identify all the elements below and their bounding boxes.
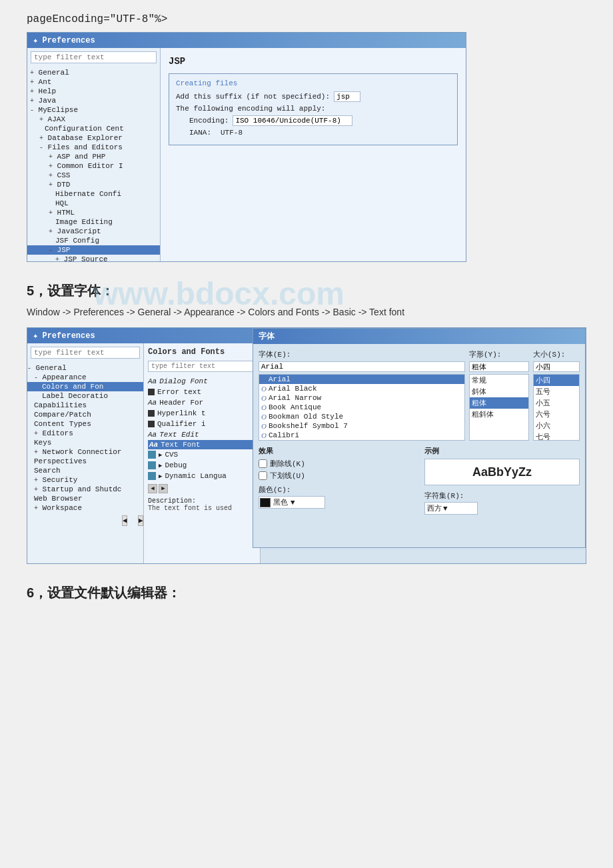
encoding-input[interactable]	[233, 115, 352, 126]
tree-item[interactable]: - Files and Editors	[27, 143, 160, 152]
style-listbox[interactable]: 常规 斜体 粗体 粗斜体	[469, 374, 529, 441]
size-input[interactable]	[533, 361, 580, 372]
filter-input-1[interactable]	[31, 51, 157, 63]
strikethrough-checkbox[interactable]	[259, 459, 267, 468]
tree-item[interactable]: - General	[27, 363, 143, 373]
font-item[interactable]: O Arial Black	[259, 384, 464, 393]
style-item[interactable]: 常规	[470, 375, 528, 386]
size-item[interactable]: 小五	[534, 397, 579, 409]
tree-item[interactable]: + ASP and PHP	[27, 152, 160, 161]
tree-item[interactable]: + Startup and Shutdc	[27, 485, 143, 494]
charset-row: 字符集(R): 西方 ▼	[424, 491, 580, 515]
font-list-item-textfont[interactable]: Aa Text Font	[148, 440, 256, 449]
font-list-item[interactable]: Aa Text Edit	[148, 429, 256, 440]
tree-item[interactable]: Web Browser	[27, 494, 143, 503]
size-item[interactable]: 小六	[534, 420, 579, 431]
tree-item[interactable]: Keys	[27, 438, 143, 447]
middle-filter-input[interactable]	[148, 361, 256, 372]
size-item-xiao4[interactable]: 小四	[534, 375, 579, 386]
tree-item[interactable]: + Help	[27, 87, 160, 96]
font-list-item[interactable]: ▶ CVS	[148, 449, 256, 460]
middle-title: Colors and Fonts	[148, 347, 256, 357]
pref-tree-panel-2: - General - Appearance Colors and Fon La…	[27, 343, 144, 563]
tree-item[interactable]: + HTML	[27, 208, 160, 217]
description-label: Description:	[148, 497, 256, 505]
tree-item[interactable]: Compare/Patch	[27, 410, 143, 419]
tree-item[interactable]: + Common Editor I	[27, 161, 160, 171]
font-name-input[interactable]	[259, 361, 465, 372]
tree-item[interactable]: Capabilities	[27, 401, 143, 410]
strikethrough-label: 删除线(K)	[270, 459, 305, 469]
preferences-window-2: ✦ Preferences - General - Appearance Col…	[27, 327, 586, 564]
font-list-item[interactable]: Aa Header For	[148, 397, 256, 408]
tree-item[interactable]: + Security	[27, 475, 143, 485]
tree-item-colors[interactable]: Colors and Fon	[27, 382, 143, 391]
size-item[interactable]: 七号	[534, 431, 579, 441]
sample-text: AaBbYyZz	[424, 459, 580, 485]
tree-item[interactable]: JSF Config	[27, 236, 160, 245]
font-list-item[interactable]: Error text	[148, 387, 256, 397]
tree-item[interactable]: + JSP Source	[27, 255, 160, 261]
font-listbox[interactable]: O Arial O Arial Black O Arial Narrow O B…	[259, 374, 465, 441]
font-list-item[interactable]: Aa Dialog Font	[148, 376, 256, 387]
charset-dropdown[interactable]: 西方 ▼	[424, 502, 478, 515]
section5-subtext: Window -> Preferences -> General -> Appe…	[27, 305, 586, 319]
tree-item[interactable]: HQL	[27, 199, 160, 208]
tree-item[interactable]: Search	[27, 466, 143, 475]
style-item-bold[interactable]: 粗体	[470, 397, 528, 409]
font-list-item[interactable]: ▶ Dynamic Langua	[148, 471, 256, 481]
color-swatch	[260, 498, 271, 507]
font-item[interactable]: O Book Antique	[259, 403, 464, 412]
color-row: 颜色(C): 黑色 ▼	[259, 485, 414, 509]
charset-label: 字符集(R):	[424, 491, 580, 501]
iana-value: UTF-8	[215, 129, 243, 137]
font-item-arial[interactable]: O Arial	[259, 375, 464, 384]
font-item[interactable]: O Arial Narrow	[259, 393, 464, 403]
tree-item[interactable]: + Network Connectior	[27, 447, 143, 457]
font-style-col: 字形(Y): 常规 斜体 粗体 粗斜体	[469, 349, 529, 441]
underline-label: 下划线(U)	[270, 471, 305, 481]
font-item[interactable]: O Bookman Old Style	[259, 412, 464, 421]
tree-item[interactable]: + CSS	[27, 171, 160, 180]
tree-item[interactable]: Hibernate Confi	[27, 189, 160, 199]
font-list-item[interactable]: Hyperlink t	[148, 408, 256, 419]
encoding-label1: The following encoding will apply:	[176, 105, 325, 113]
color-dropdown[interactable]: 黑色 ▼	[259, 496, 325, 509]
tree-item[interactable]: + Editors	[27, 429, 143, 438]
tree-item[interactable]: + General	[27, 68, 160, 77]
tree-item[interactable]: + AJAX	[27, 115, 160, 124]
style-item[interactable]: 斜体	[470, 386, 528, 397]
style-input[interactable]	[469, 361, 529, 372]
tree-item[interactable]: + DTD	[27, 180, 160, 189]
tree-item[interactable]: Label Decoratio	[27, 391, 143, 401]
tree-item[interactable]: - Appearance	[27, 373, 143, 382]
tree-1: + General + Ant + Help + Java - MyEclips…	[27, 67, 160, 261]
filter-input-2[interactable]	[31, 347, 140, 359]
tree-item[interactable]: Image Editing	[27, 217, 160, 227]
size-item[interactable]: 五号	[534, 386, 579, 397]
tree-item[interactable]: + Java	[27, 96, 160, 105]
tree-item[interactable]: - MyEclipse	[27, 105, 160, 115]
font-label: 字体(E):	[259, 349, 465, 359]
font-list-item[interactable]: ▶ Debug	[148, 460, 256, 471]
tree-item-jsp[interactable]: - JSP	[27, 245, 160, 255]
tree-item[interactable]: + Ant	[27, 77, 160, 87]
style-item[interactable]: 粗斜体	[470, 409, 528, 420]
tree-item[interactable]: Perspectives	[27, 457, 143, 466]
tree-item[interactable]: + Database Explorer	[27, 133, 160, 143]
font-item[interactable]: O Bookshelf Symbol 7	[259, 421, 464, 431]
tree-item[interactable]: Content Types	[27, 419, 143, 429]
font-icon: O	[261, 422, 267, 430]
tree-item[interactable]: + JavaScript	[27, 227, 160, 236]
font-item[interactable]: O Calibri	[259, 431, 464, 440]
font-list-item[interactable]: Qualifier i	[148, 419, 256, 429]
underline-checkbox[interactable]	[259, 471, 267, 480]
suffix-input[interactable]	[334, 91, 360, 102]
color-label: 颜色(C):	[259, 485, 414, 495]
charset-arrow-icon: ▼	[443, 505, 448, 513]
size-listbox[interactable]: 小四 五号 小五 六号 小六 七号 八号	[533, 374, 580, 441]
tree-item[interactable]: + Workspace	[27, 503, 143, 513]
size-item[interactable]: 六号	[534, 409, 579, 420]
charset-value: 西方	[427, 503, 442, 513]
tree-item[interactable]: Configuration Cent	[27, 124, 160, 133]
